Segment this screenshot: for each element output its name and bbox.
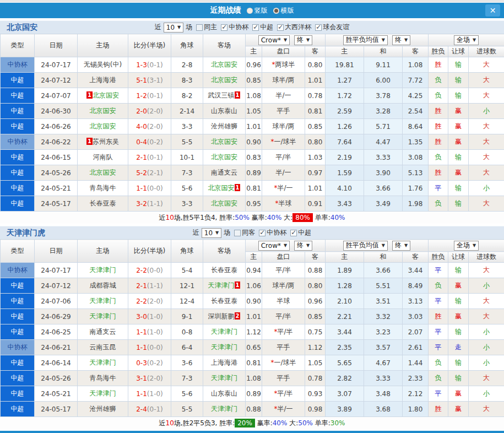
- date-cell: 24-05-21: [35, 181, 78, 196]
- same-venue-checkbox[interactable]: [234, 230, 241, 236]
- full-time-score: 1-3: [136, 61, 147, 69]
- crow-home-odds: 1.01: [246, 309, 262, 324]
- handicap-value: 平/半: [277, 328, 292, 335]
- avg-away-odds: 8.49: [403, 278, 429, 294]
- avg-odds-select[interactable]: 胜平负均值▼: [343, 241, 388, 251]
- away-team-cell: 天津津门: [203, 324, 246, 340]
- avg-home-odds: 19.81: [326, 57, 364, 73]
- handicap-value: 平手: [277, 107, 290, 115]
- vertical-layout-radio[interactable]: [247, 8, 253, 14]
- summary-segment: 单率:: [313, 214, 330, 221]
- league-filter-label[interactable]: 中协杯: [229, 23, 248, 32]
- horizontal-layout-radio[interactable]: [273, 8, 279, 14]
- avg-home-odds: 3.43: [326, 196, 364, 212]
- result-cell: 胜: [429, 309, 448, 324]
- league-filter-checkbox[interactable]: [277, 24, 284, 31]
- avg-draw-odds: 3.33: [364, 371, 403, 386]
- handicap-value: 半球: [277, 297, 290, 305]
- league-filter-label[interactable]: 球会友谊: [323, 23, 349, 32]
- summary-segment: 大:: [287, 419, 298, 427]
- home-team-name: 青岛海牛: [90, 374, 116, 382]
- home-team-cell: 成都蓉城: [78, 278, 128, 294]
- date-cell: 24-06-22: [35, 134, 78, 150]
- team-section-beijing: 北京国安 近10▼场同主中协杯中超大西洋杯球会友谊 类型 日期 主场 比分(半场…: [0, 20, 504, 224]
- match-row: 中超24-06-30北京国安2-0(2-0)2-14山东泰山1.05平手0.81…: [1, 104, 504, 119]
- avg-home-odds: 5.65: [326, 355, 364, 371]
- league-filter-checkbox[interactable]: [259, 230, 265, 236]
- handicap-value: 球半/两: [272, 122, 294, 130]
- league-filter-checkbox[interactable]: [315, 24, 322, 31]
- full-time-score: 2-1: [136, 282, 147, 290]
- full-match-select[interactable]: 全场▼: [454, 35, 479, 45]
- score-cell: 1-1(0-0): [128, 340, 171, 355]
- full-time-score: 2-1: [136, 154, 147, 161]
- full-match-select[interactable]: 全场▼: [454, 241, 479, 251]
- avg-away-odds: 2.54: [403, 104, 429, 119]
- league-filter-checkbox[interactable]: [221, 24, 227, 31]
- avg-draw-odds: 3.28: [364, 104, 403, 119]
- handicap-cell: 平手: [262, 104, 305, 119]
- home-team-name: 河南队: [93, 153, 113, 161]
- crow-home-odds: 0.89: [246, 165, 262, 181]
- type-cell: 中超: [1, 73, 35, 88]
- horizontal-layout-label[interactable]: 横版: [281, 6, 294, 15]
- score-cell: 2-1(1-1): [128, 278, 171, 294]
- crow-away-odds: 0.93: [305, 386, 326, 402]
- league-filter-checkbox[interactable]: [290, 230, 297, 236]
- avg-odds-select[interactable]: 胜平负均值▼: [343, 35, 388, 45]
- corner-cell: 3-3: [171, 196, 203, 212]
- avg-away-odds: 1.35: [403, 134, 429, 150]
- full-time-score: 5-2: [136, 169, 147, 177]
- goals-result-cell: 大: [469, 196, 504, 212]
- final-odds-select[interactable]: 终▼: [294, 241, 312, 251]
- vertical-layout-label[interactable]: 竖版: [254, 6, 268, 15]
- half-time-score: (2-0): [147, 107, 163, 115]
- col-crow-away: 客: [305, 46, 326, 57]
- final-odds-select-2[interactable]: 终▼: [392, 241, 410, 251]
- col-avg-home: 主: [326, 252, 364, 263]
- handicap-value: 平/半: [275, 266, 291, 274]
- summary-segment: 40%: [267, 214, 282, 221]
- final-odds-select-2[interactable]: 终▼: [392, 35, 410, 45]
- type-cell: 中超: [1, 165, 35, 181]
- away-team-name: 北京国安: [211, 138, 237, 145]
- home-team-cell: 1北京国安: [78, 88, 128, 104]
- half-time-score: (1-0): [147, 328, 163, 336]
- crow-away-odds: 0.85: [305, 309, 326, 324]
- same-venue-label[interactable]: 同客: [242, 228, 255, 237]
- away-team-name: 沧州雄狮: [211, 122, 237, 130]
- avg-draw-odds: 4.47: [364, 134, 403, 150]
- col-date: 日期: [35, 34, 78, 57]
- summary-segment: 10: [166, 419, 174, 427]
- home-team-name: 天津津门: [90, 312, 116, 320]
- section-header: 天津津门虎 近10▼场同客中协杯中超: [0, 226, 504, 239]
- date-cell: 24-05-17: [35, 196, 78, 212]
- match-count-select[interactable]: 10▼: [202, 228, 221, 238]
- half-time-score: (0-2): [147, 359, 163, 367]
- league-filter-label[interactable]: 中协杯: [267, 228, 286, 237]
- league-filter-label[interactable]: 中超: [260, 23, 273, 32]
- away-team-cell: 北京国安1: [203, 181, 246, 196]
- close-icon[interactable]: ✕: [485, 4, 500, 17]
- league-filter-checkbox[interactable]: [252, 24, 259, 31]
- same-venue-label[interactable]: 同主: [204, 23, 217, 32]
- match-row: 中超24-06-15河南队2-1(0-1)10-1北京国安0.83平/半1.03…: [1, 150, 504, 165]
- home-team-name: 成都蓉城: [90, 282, 116, 289]
- avg-home-odds: 1.28: [326, 278, 364, 294]
- handicap-value: 一/球半: [274, 138, 296, 145]
- match-count-select[interactable]: 10▼: [164, 23, 183, 33]
- league-filter-label[interactable]: 中超: [298, 228, 311, 237]
- games-label: 场: [186, 23, 192, 32]
- away-team-name: 北京国安: [211, 153, 237, 161]
- match-row: 中超24-06-29天津津门3-0(1-0)9-1深圳新鹏21.01平/半0.8…: [1, 309, 504, 324]
- league-filter-label[interactable]: 大西洋杯: [285, 23, 311, 32]
- corner-cell: 5-6: [171, 181, 203, 196]
- final-odds-select[interactable]: 终▼: [294, 35, 312, 45]
- handicap-value: 球半/两: [272, 76, 294, 84]
- bookmaker-select[interactable]: Crow*▼: [258, 241, 290, 251]
- team-section-tianjin: 天津津门虎 近10▼场同客中协杯中超 类型 日期 主场 比分(半场) 角球 客场…: [0, 226, 504, 429]
- same-venue-checkbox[interactable]: [196, 24, 203, 31]
- date-cell: 24-07-12: [35, 73, 78, 88]
- bookmaker-select[interactable]: Crow*▼: [258, 35, 290, 45]
- handicap-value: 球半/两: [272, 282, 294, 289]
